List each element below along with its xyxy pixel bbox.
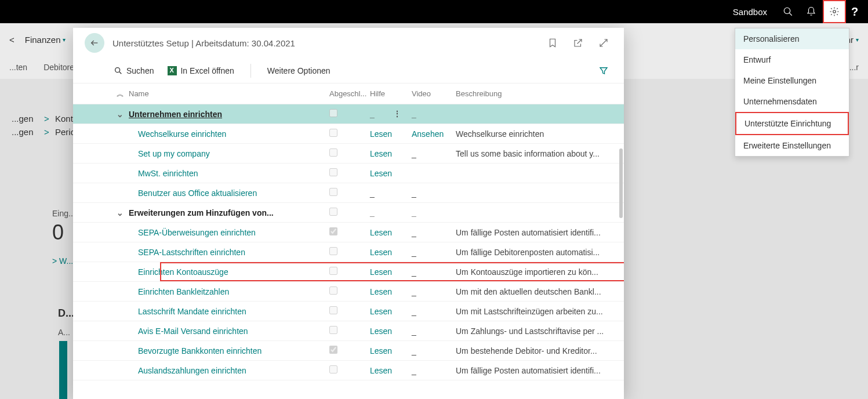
dropdown-item[interactable]: Personalisieren — [735, 28, 849, 49]
group-row[interactable]: ⌄Unternehmen einrichten__⋮ — [73, 104, 624, 124]
row-completed — [329, 188, 370, 198]
collapse-all-icon[interactable]: ︽ — [111, 89, 129, 99]
row-name[interactable]: Set up my company — [129, 149, 329, 158]
table-row[interactable]: SEPA-Lastschriften einrichtenLesen_Um fä… — [73, 242, 624, 262]
table-row[interactable]: Einrichten KontoauszügeLesen_Um Kontoaus… — [73, 262, 624, 282]
completed-checkbox — [329, 148, 337, 157]
row-more-icon[interactable]: ⋮ — [393, 109, 401, 118]
col-desc[interactable]: Beschreibung — [456, 89, 612, 98]
completed-checkbox — [329, 267, 337, 275]
row-completed — [329, 109, 370, 119]
row-video-link: _ — [412, 307, 456, 316]
row-name[interactable]: Unternehmen einrichten — [129, 110, 329, 119]
chevron-down-icon[interactable]: ⌄ — [111, 208, 129, 217]
notifications-icon[interactable] — [800, 0, 823, 23]
dropdown-item[interactable]: Erweiterte Einstellungen — [735, 135, 849, 156]
row-help-link[interactable]: Lesen — [370, 228, 412, 237]
row-name[interactable]: Auslandszahlungen einrichten — [129, 366, 329, 375]
open-in-excel-button[interactable]: In Excel öffnen — [168, 66, 234, 75]
row-name[interactable]: Erweiterungen zum Hinzufügen von... — [129, 208, 329, 217]
row-help-link[interactable]: Lesen — [370, 267, 412, 277]
dropdown-item[interactable]: Unternehmensdaten — [735, 91, 849, 112]
chevron-down-icon[interactable]: ⌄ — [111, 110, 129, 119]
row-name[interactable]: MwSt. einrichten — [129, 169, 329, 178]
col-done[interactable]: Abgeschl... — [329, 89, 370, 98]
row-help-link[interactable]: Lesen — [370, 327, 412, 336]
row-completed — [329, 267, 370, 277]
table-row[interactable]: MwSt. einrichtenLesen — [73, 164, 624, 183]
grid-body: ⌄Unternehmen einrichten__⋮Wechselkurse e… — [73, 104, 624, 399]
svg-line-1 — [789, 13, 792, 16]
row-completed — [329, 306, 370, 316]
environment-label: Sandbox — [733, 7, 767, 17]
row-video-link: _ — [412, 267, 456, 277]
expand-icon[interactable] — [595, 34, 612, 52]
row-description: Tell us some basic information about y..… — [456, 149, 612, 158]
row-description: Um fällige Posten automatisiert identifi… — [456, 366, 612, 375]
row-name[interactable]: Benutzer aus Office aktualisieren — [129, 188, 329, 198]
settings-icon[interactable] — [823, 0, 846, 23]
row-name[interactable]: Einrichten Kontoauszüge — [129, 267, 329, 277]
svg-point-7 — [115, 67, 120, 72]
table-row[interactable]: Lastschrift Mandate einrichtenLesen_Um m… — [73, 302, 624, 321]
row-help-link[interactable]: Lesen — [370, 248, 412, 257]
row-description: Wechselkurse einrichten — [456, 129, 612, 139]
row-name[interactable]: Avis E-Mail Versand einrichten — [129, 327, 329, 336]
table-row[interactable]: Bevorzugte Bankkonten einrichtenLesen_Um… — [73, 341, 624, 361]
help-icon[interactable]: ? — [846, 5, 863, 19]
row-name[interactable]: Wechselkurse einrichten — [129, 129, 329, 139]
table-row[interactable]: Benutzer aus Office aktualisieren__ — [73, 183, 624, 203]
table-row[interactable]: Einrichten BankleitzahlenLesen_Um mit de… — [73, 282, 624, 302]
svg-line-5 — [578, 39, 582, 44]
svg-line-8 — [119, 72, 121, 74]
row-name[interactable]: Bevorzugte Bankkonten einrichten — [129, 346, 329, 356]
top-bar: Sandbox ? — [0, 0, 868, 23]
dropdown-item[interactable]: Meine Einstellungen — [735, 70, 849, 91]
nav-finanzen[interactable]: Finanzen▾ — [25, 35, 66, 45]
row-completed — [329, 346, 370, 356]
table-row[interactable]: Auslandszahlungen einrichtenLesen_Um fäl… — [73, 361, 624, 380]
row-video-link: _ — [412, 287, 456, 296]
search-icon[interactable] — [776, 0, 800, 23]
row-name[interactable]: SEPA-Lastschriften einrichten — [129, 248, 329, 257]
table-row[interactable]: SEPA-Überweisungen einrichtenLesen_Um fä… — [73, 223, 624, 242]
search-button[interactable]: Suchen — [114, 66, 154, 75]
row-description: Um bestehende Debitor- und Kreditor... — [456, 346, 612, 356]
col-video[interactable]: Video — [412, 89, 456, 98]
table-row[interactable]: Set up my companyLesen_Tell us some basi… — [73, 144, 624, 164]
filter-icon[interactable] — [595, 62, 612, 79]
tile-link[interactable]: > W... — [52, 256, 75, 266]
popout-icon[interactable] — [569, 34, 587, 52]
dropdown-item[interactable]: Unterstützte Einrichtung — [735, 112, 849, 135]
dropdown-item[interactable]: Entwurf — [735, 49, 849, 70]
table-row[interactable]: Wechselkurse einrichtenLesenAnsehenWechs… — [73, 124, 624, 144]
row-name[interactable]: Einrichten Bankleitzahlen — [129, 287, 329, 296]
row-help-link: _ — [370, 110, 412, 119]
back-button[interactable] — [85, 33, 104, 53]
col-help[interactable]: Hilfe — [370, 89, 412, 98]
row-description: Um fällige Debitorenposten automatisi... — [456, 248, 612, 257]
completed-checkbox — [329, 208, 337, 216]
row-name[interactable]: Lastschrift Mandate einrichten — [129, 307, 329, 316]
table-row[interactable]: Avis E-Mail Versand einrichtenLesen_Um Z… — [73, 321, 624, 341]
bookmark-icon[interactable] — [544, 34, 561, 52]
row-completed — [329, 227, 370, 237]
row-help-link[interactable]: Lesen — [370, 346, 412, 356]
row-name[interactable]: SEPA-Überweisungen einrichten — [129, 228, 329, 237]
row-video-link[interactable]: Ansehen — [412, 129, 456, 139]
tile-label: Eing... — [52, 209, 75, 218]
row-help-link[interactable]: Lesen — [370, 366, 412, 375]
row-description: Um Kontoauszüge importieren zu kön... — [456, 267, 612, 277]
row-help-link[interactable]: Lesen — [370, 169, 412, 178]
row-help-link[interactable]: Lesen — [370, 149, 412, 158]
scrollbar-thumb[interactable] — [619, 148, 623, 218]
col-name[interactable]: Name — [129, 89, 329, 98]
group-row[interactable]: ⌄Erweiterungen zum Hinzufügen von...__ — [73, 203, 624, 223]
more-options-button[interactable]: Weitere Optionen — [267, 66, 331, 75]
completed-checkbox — [329, 365, 337, 373]
row-help-link[interactable]: Lesen — [370, 307, 412, 316]
row-help-link[interactable]: Lesen — [370, 287, 412, 296]
row-help-link[interactable]: Lesen — [370, 129, 412, 139]
settings-dropdown: PersonalisierenEntwurfMeine Einstellunge… — [735, 28, 849, 157]
row-completed — [329, 247, 370, 257]
